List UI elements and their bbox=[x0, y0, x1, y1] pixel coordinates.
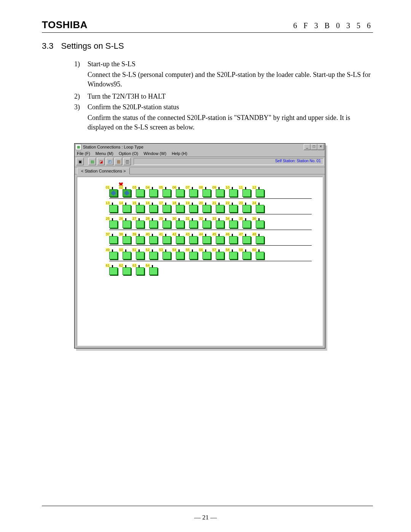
station-node[interactable]: 14 bbox=[123, 202, 132, 212]
station-node[interactable]: 59 bbox=[242, 249, 252, 259]
station-box-icon bbox=[189, 189, 198, 197]
station-node[interactable]: 03 bbox=[136, 186, 146, 196]
station-number: 39 bbox=[132, 232, 137, 236]
toolbar-button[interactable]: ◪ bbox=[97, 158, 105, 165]
section-title: Settings on S-LS bbox=[61, 41, 124, 51]
station-number: 63 bbox=[132, 264, 137, 267]
station-node[interactable]: 64 bbox=[149, 264, 159, 274]
station-node[interactable]: 58 bbox=[229, 249, 239, 259]
close-button[interactable]: × bbox=[317, 144, 324, 150]
station-node[interactable]: 56 bbox=[202, 249, 212, 259]
station-node[interactable]: 23 bbox=[242, 202, 252, 212]
station-node[interactable]: 40 bbox=[149, 233, 159, 243]
station-number: 64 bbox=[145, 264, 150, 267]
station-number: 22 bbox=[225, 201, 230, 205]
row-divider bbox=[109, 245, 312, 246]
station-node[interactable]: 13 bbox=[109, 202, 119, 212]
station-node[interactable]: 37 bbox=[109, 233, 119, 243]
station-node[interactable]: 42 bbox=[176, 233, 186, 243]
minimize-button[interactable]: _ bbox=[304, 144, 311, 150]
station-node[interactable]: 09 bbox=[216, 186, 226, 196]
menu-option[interactable]: Option (O) bbox=[119, 151, 138, 156]
toolbar-button[interactable]: ◫ bbox=[123, 158, 131, 165]
menu-menu[interactable]: Menu (M) bbox=[96, 151, 113, 156]
page-number: — 21 — bbox=[0, 514, 411, 521]
toolbar-button[interactable]: ▣ bbox=[76, 158, 84, 165]
station-node[interactable]: 60 bbox=[256, 249, 266, 259]
station-node[interactable]: 54 bbox=[176, 249, 186, 259]
toolbar-button[interactable]: ◰ bbox=[106, 158, 113, 165]
station-node[interactable]: 01 bbox=[109, 186, 119, 196]
station-box-icon bbox=[242, 252, 251, 259]
station-node[interactable]: 19 bbox=[189, 202, 199, 212]
station-node[interactable]: 57 bbox=[216, 249, 226, 259]
station-node[interactable]: 30 bbox=[176, 217, 186, 227]
station-node[interactable]: 38 bbox=[123, 233, 132, 243]
station-node[interactable]: 50 bbox=[123, 249, 132, 259]
station-node[interactable]: 28 bbox=[149, 217, 159, 227]
station-node[interactable]: 46 bbox=[229, 233, 239, 243]
station-node[interactable]: 32 bbox=[202, 217, 212, 227]
station-node[interactable]: 21 bbox=[216, 202, 226, 212]
station-node[interactable]: 61 bbox=[109, 264, 119, 274]
menu-window[interactable]: Window (W) bbox=[143, 151, 166, 156]
station-box-icon bbox=[109, 205, 118, 212]
station-node[interactable]: 20 bbox=[202, 202, 212, 212]
station-node[interactable]: 63 bbox=[136, 264, 146, 274]
station-node[interactable]: 48 bbox=[256, 233, 266, 243]
station-node[interactable]: 27 bbox=[136, 217, 146, 227]
station-node[interactable]: 10 bbox=[229, 186, 239, 196]
station-number: 54 bbox=[172, 248, 177, 252]
maximize-button[interactable]: □ bbox=[311, 144, 317, 150]
station-node[interactable]: 49 bbox=[109, 249, 119, 259]
station-node[interactable]: 55 bbox=[189, 249, 199, 259]
station-box-icon bbox=[136, 267, 144, 275]
station-node[interactable]: 39 bbox=[136, 233, 146, 243]
station-box-icon bbox=[123, 205, 131, 212]
station-node[interactable]: 15 bbox=[136, 202, 146, 212]
station-node[interactable]: 36 bbox=[256, 217, 266, 227]
station-node[interactable]: 26 bbox=[123, 217, 132, 227]
station-node[interactable]: 51 bbox=[136, 249, 146, 259]
station-node[interactable]: 18 bbox=[176, 202, 186, 212]
station-box-icon bbox=[136, 236, 144, 244]
station-node[interactable]: 62 bbox=[123, 264, 132, 274]
tab-station-connections[interactable]: < Station Connections > bbox=[77, 168, 130, 174]
station-node[interactable]: 02 bbox=[123, 186, 132, 196]
station-node[interactable]: 08 bbox=[202, 186, 212, 196]
station-node[interactable]: 52 bbox=[149, 249, 159, 259]
station-node[interactable]: 47 bbox=[242, 233, 252, 243]
station-box-icon bbox=[162, 189, 171, 197]
station-node[interactable]: 06 bbox=[176, 186, 186, 196]
menu-help[interactable]: Help (H) bbox=[172, 151, 187, 156]
menu-file[interactable]: File (F) bbox=[77, 151, 90, 156]
station-node[interactable]: 29 bbox=[162, 217, 172, 227]
header-rule bbox=[42, 32, 373, 33]
station-node[interactable]: 41 bbox=[162, 233, 172, 243]
station-node[interactable]: 25 bbox=[109, 217, 119, 227]
station-number: 40 bbox=[145, 232, 150, 236]
station-node[interactable]: 43 bbox=[189, 233, 199, 243]
station-node[interactable]: 45 bbox=[216, 233, 226, 243]
toolbar-button[interactable]: ▤ bbox=[88, 158, 96, 165]
station-node[interactable]: 07 bbox=[189, 186, 199, 196]
station-node[interactable]: 04 bbox=[149, 186, 159, 196]
station-node[interactable]: 22 bbox=[229, 202, 239, 212]
list-title: Turn the T2N/T3H to HALT bbox=[88, 92, 373, 101]
station-node[interactable]: 24 bbox=[256, 202, 266, 212]
station-box-icon bbox=[123, 189, 131, 197]
body-text: 1) Start-up the S-LS Connect the S-LS (p… bbox=[42, 59, 373, 132]
station-node[interactable]: 12 bbox=[256, 186, 266, 196]
station-node[interactable]: 11 bbox=[242, 186, 252, 196]
station-node[interactable]: 05 bbox=[162, 186, 172, 196]
station-node[interactable]: 44 bbox=[202, 233, 212, 243]
section-heading: 3.3 Settings on S-LS bbox=[42, 41, 373, 51]
station-node[interactable]: 35 bbox=[242, 217, 252, 227]
station-node[interactable]: 33 bbox=[216, 217, 226, 227]
station-node[interactable]: 16 bbox=[149, 202, 159, 212]
station-node[interactable]: 34 bbox=[229, 217, 239, 227]
station-node[interactable]: 53 bbox=[162, 249, 172, 259]
station-node[interactable]: 17 bbox=[162, 202, 172, 212]
toolbar-button[interactable]: ▥ bbox=[115, 158, 122, 165]
station-node[interactable]: 31 bbox=[189, 217, 199, 227]
